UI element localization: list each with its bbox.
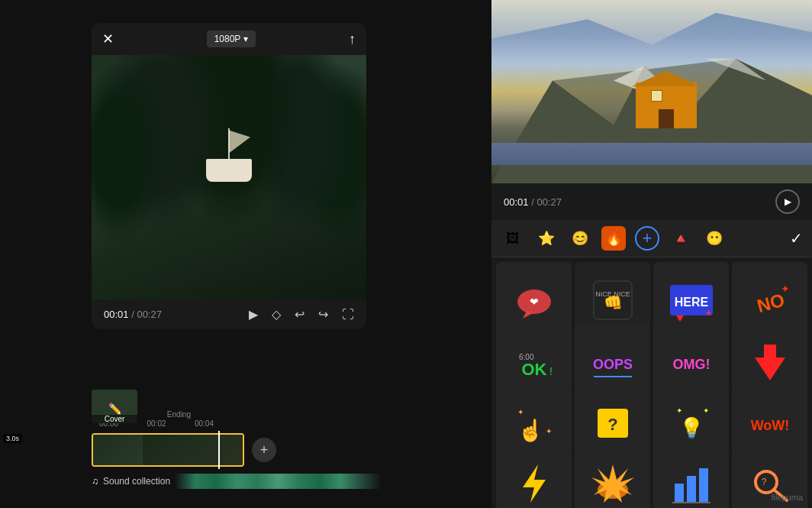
- svg-text:WoW!: WoW!: [750, 418, 789, 433]
- svg-rect-37: [687, 476, 696, 503]
- close-button[interactable]: ✕: [102, 31, 114, 47]
- svg-rect-36: [675, 484, 684, 503]
- sticker-grid: ❤ NICE NICE 👊 HERE ★ NO ✦: [491, 257, 812, 508]
- thumb-seg-1: [93, 435, 143, 465]
- house-window: [651, 90, 662, 102]
- svg-text:?: ?: [761, 477, 766, 487]
- svg-text:☝️: ☝️: [517, 418, 543, 443]
- cover-label: Cover: [92, 415, 137, 423]
- svg-text:❤: ❤: [530, 296, 539, 308]
- svg-rect-38: [699, 468, 708, 503]
- resolution-badge[interactable]: 1080P ▾: [207, 31, 256, 47]
- sticker-chart[interactable]: [653, 445, 729, 508]
- undo-button[interactable]: ↩: [295, 307, 304, 322]
- confirm-button[interactable]: ✓: [790, 229, 803, 248]
- tab-face[interactable]: 😶: [702, 226, 727, 251]
- house-door: [659, 109, 674, 128]
- tab-cone[interactable]: 🔺: [669, 226, 693, 251]
- photo-preview: [491, 0, 812, 183]
- svg-marker-11: [676, 315, 684, 322]
- sticker-explosion[interactable]: [575, 445, 650, 508]
- svg-marker-22: [755, 358, 785, 380]
- cover-thumbnail[interactable]: ✏️ Cover: [92, 390, 137, 423]
- timeline-ruler: 00:00 00:02 00:04: [0, 416, 389, 431]
- svg-text:✦: ✦: [517, 408, 524, 416]
- tab-emoji[interactable]: 😊: [568, 226, 592, 251]
- svg-text:!: !: [549, 365, 553, 377]
- photo-time-display: 00:01 / 00:27: [504, 196, 562, 208]
- svg-rect-23: [764, 345, 776, 360]
- svg-text:👊: 👊: [603, 293, 622, 312]
- thumbnail-strip[interactable]: 3.0s: [92, 433, 244, 467]
- thumb-seg-2: [143, 435, 192, 465]
- tab-image[interactable]: 🖼: [501, 226, 525, 251]
- house: [636, 83, 697, 128]
- edit-icon: ✏️: [108, 403, 121, 415]
- svg-text:HERE: HERE: [674, 296, 708, 309]
- video-controls-bar: 00:01 / 00:27 ▶ ◇ ↩ ↪ ⛶: [92, 299, 366, 329]
- right-panel: 00:01 / 00:27 ▶ 🖼 ⭐ 😊 🔥 + 🔺 😶 ✓ ❤ NI: [491, 0, 812, 508]
- ruler-mark-2: 00:04: [195, 419, 243, 428]
- control-buttons: ▶ ◇ ↩ ↪ ⛶: [249, 307, 354, 322]
- play-button[interactable]: ▶: [249, 307, 258, 322]
- ruler-mark-end: [243, 419, 291, 428]
- upload-button[interactable]: ↑: [349, 31, 356, 47]
- svg-text:✦: ✦: [781, 283, 790, 295]
- left-video-panel: ✕ 1080P ▾ ↑ 00:01 / 00:27 ▶ ◇ ↩ ↪ ⛶: [92, 23, 366, 329]
- watermark: filepuma: [771, 493, 803, 502]
- ending-label: Ending: [167, 410, 191, 419]
- fullscreen-button[interactable]: ⛶: [342, 308, 354, 322]
- redo-button[interactable]: ↪: [318, 307, 328, 322]
- tab-hot[interactable]: 🔥: [601, 226, 626, 251]
- timeline-cursor: [218, 431, 220, 469]
- timeline-track: ✏️ Cover 3.0s Ending +: [0, 431, 389, 469]
- svg-text:✦: ✦: [703, 406, 709, 415]
- svg-text:✦: ✦: [676, 406, 682, 415]
- svg-text:OMG!: OMG!: [672, 357, 710, 372]
- svg-text:💡: 💡: [679, 416, 704, 440]
- timeline-area: 00:00 00:02 00:04 ✏️ Cover 3.0s Ending +…: [0, 416, 389, 508]
- sailboat: [206, 159, 252, 182]
- right-play-button[interactable]: ▶: [775, 189, 800, 214]
- video-toolbar: ✕ 1080P ▾ ↑: [92, 23, 366, 55]
- svg-marker-33: [523, 464, 546, 503]
- music-icon: ♫: [92, 476, 98, 487]
- svg-text:✦: ✦: [546, 427, 552, 435]
- tab-star[interactable]: ⭐: [534, 226, 559, 251]
- sound-label: Sound collection: [103, 476, 170, 487]
- add-clip-button[interactable]: +: [252, 438, 276, 462]
- ruler-mark-1: 00:02: [147, 419, 195, 428]
- svg-text:★: ★: [704, 309, 711, 317]
- sound-collection-bar[interactable]: ♫ Sound collection: [0, 469, 389, 493]
- sticker-toolbar: 🖼 ⭐ 😊 🔥 + 🔺 😶 ✓: [491, 220, 812, 257]
- photo-time-bar: 00:01 / 00:27 ▶: [491, 183, 812, 220]
- sound-waveform: [175, 474, 382, 489]
- time-display: 00:01 / 00:27: [104, 309, 162, 320]
- svg-text:?: ?: [607, 415, 617, 434]
- svg-text:OOPS: OOPS: [592, 357, 632, 372]
- water: [491, 143, 812, 165]
- tab-plus[interactable]: +: [635, 226, 659, 251]
- video-preview: [92, 55, 366, 299]
- sticker-bolt[interactable]: [496, 445, 572, 508]
- keyframe-button[interactable]: ◇: [272, 307, 281, 322]
- svg-text:OK: OK: [521, 360, 546, 379]
